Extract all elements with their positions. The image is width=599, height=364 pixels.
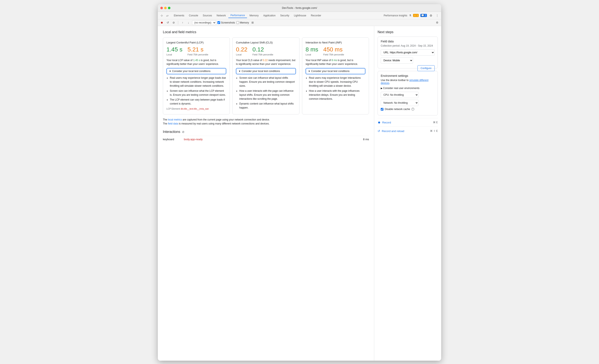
- network-select-wrapper: Network: No throttling: [381, 100, 419, 106]
- lcp-element-value: div.tile__text.tile__inria_san: [181, 107, 209, 110]
- configure-button[interactable]: Configure: [417, 65, 435, 71]
- url-select[interactable]: URL: https://fonts.google.com/: [381, 49, 435, 56]
- local-metrics-link[interactable]: local metrics: [168, 118, 182, 121]
- recording-select[interactable]: (no recordings): [192, 20, 216, 25]
- device-select[interactable]: Device: Mobile: [381, 57, 413, 64]
- collection-period: Collection period: Aug 19, 2024 - Sep 15…: [381, 44, 435, 47]
- cpu-icon[interactable]: ⊞: [250, 20, 255, 25]
- record-reload-label: Record and reload: [382, 130, 404, 133]
- lcp-bullets: Real users may experience longer page lo…: [167, 76, 226, 106]
- minimize-button[interactable]: [164, 7, 167, 9]
- lcp-local-label: Local: [167, 53, 182, 56]
- tab-recorder[interactable]: Recorder: [309, 13, 323, 18]
- maximize-button[interactable]: [168, 7, 170, 9]
- interaction-time: 8 ms: [363, 138, 369, 141]
- devtools-window: DevTools - fonts.google.com/ ⊹ ▱ Element…: [158, 4, 441, 361]
- env-settings-card: Environment settings Use the device tool…: [378, 71, 438, 115]
- tab-bar-right: Performance insights ⚗ ⚠ 1 💬 2 ⚙ ⋮: [384, 13, 440, 18]
- lcp-consider-label: Consider your local test conditions: [172, 70, 211, 73]
- close-button[interactable]: [160, 7, 163, 9]
- tab-console[interactable]: Console: [187, 13, 200, 18]
- tab-network[interactable]: Network: [214, 13, 228, 18]
- download-btn[interactable]: ↓: [186, 20, 191, 25]
- settings-icon[interactable]: ⚙: [429, 13, 433, 18]
- screenshots-checkbox[interactable]: [217, 21, 220, 24]
- interactions-header: Interactions ⊘: [163, 130, 369, 134]
- inp-local-value: 8 ms: [306, 46, 318, 53]
- tab-lighthouse[interactable]: Lighthouse: [292, 13, 308, 18]
- refresh-btn[interactable]: ↺: [165, 20, 170, 25]
- lcp-field-group: 5.21 s Field 75th percentile: [187, 46, 208, 56]
- network-select[interactable]: Network: No throttling: [381, 100, 419, 106]
- lcp-consider-box[interactable]: ▼ Consider your local test conditions: [167, 68, 226, 74]
- network-select-group: Network: No throttling: [381, 100, 435, 106]
- more-icon[interactable]: ⋮: [435, 13, 440, 18]
- memory-checkbox[interactable]: [236, 21, 239, 24]
- cls-field-label: Field 75th percentile: [253, 53, 273, 56]
- record-shortcut: ⌘ E: [433, 121, 438, 124]
- record-btn[interactable]: ⏺: [159, 20, 164, 25]
- consider-real-btn[interactable]: ▶ Consider real user environments: [381, 87, 435, 90]
- cls-consider-arrow: ▼: [238, 70, 241, 72]
- lcp-field-label: Field 75th percentile: [187, 53, 208, 56]
- inp-highlight: 8 ms: [332, 59, 337, 62]
- footer-note: The local metrics are captured from the …: [163, 118, 369, 126]
- clear-btn[interactable]: ⊘: [171, 20, 176, 25]
- record-action[interactable]: ⏺ Record ⌘ E: [378, 118, 438, 127]
- inp-title: Interaction to Next Paint (INP): [306, 41, 365, 44]
- inp-card: Interaction to Next Paint (INP) 8 ms Loc…: [302, 37, 369, 115]
- cls-field-value: 0.12: [253, 46, 273, 53]
- cls-consider-box[interactable]: ▼ Consider your local test conditions: [236, 68, 296, 74]
- performance-insights-label[interactable]: Performance insights: [384, 14, 407, 17]
- record-reload-left: ↺ Record and reload: [378, 129, 404, 133]
- cls-bullet-0: Screen size can influence what layout sh…: [239, 76, 296, 88]
- interaction-target[interactable]: body.app-ready: [184, 138, 363, 141]
- tab-security[interactable]: Security: [278, 13, 291, 18]
- cls-bullets: Screen size can influence what layout sh…: [236, 76, 296, 110]
- field-data-title: Field data: [381, 40, 435, 43]
- lcp-bullet-1: Screen size can influence what the LCP e…: [170, 89, 226, 97]
- tab-memory[interactable]: Memory: [247, 13, 261, 18]
- screenshots-label: Screenshots: [221, 21, 235, 24]
- toolbar: ⏺ ↺ ⊘ ↑ ↓ (no recordings) Screenshots Me…: [158, 19, 441, 26]
- consider-real-label: Consider real user environments: [383, 87, 419, 90]
- field-data-link[interactable]: field data: [168, 122, 178, 125]
- env-title: Environment settings: [381, 74, 435, 78]
- cpu-select-wrapper: CPU: No throttling: [381, 92, 419, 98]
- inp-local-group: 8 ms Local: [306, 46, 318, 56]
- settings-btn[interactable]: ⚙: [435, 20, 440, 25]
- traffic-lights: [160, 7, 170, 9]
- lcp-card: Largest Contentful Paint (LCP) 1.45 s Lo…: [163, 37, 230, 115]
- disable-cache-checkbox[interactable]: [381, 108, 383, 111]
- inp-bullets: Real users may experience longer interac…: [306, 76, 365, 101]
- help-icon[interactable]: ?: [411, 108, 414, 111]
- cls-local-label: Local: [236, 53, 247, 56]
- interactions-icon: ⊘: [182, 130, 185, 133]
- tab-application[interactable]: Application: [261, 13, 278, 18]
- record-reload-icon: ↺: [378, 129, 380, 133]
- tab-sources[interactable]: Sources: [201, 13, 214, 18]
- url-select-wrapper: URL: https://fonts.google.com/: [381, 49, 435, 56]
- cls-highlight: 0.22: [263, 59, 268, 62]
- tab-performance[interactable]: Performance: [228, 13, 247, 18]
- consider-real-arrow: ▶: [381, 87, 383, 89]
- device-icon[interactable]: ▱: [165, 13, 170, 18]
- memory-label: Memory: [240, 21, 249, 24]
- lcp-bullet-0: Real users may experience longer page lo…: [170, 76, 226, 88]
- cpu-select[interactable]: CPU: No throttling: [381, 92, 419, 98]
- inspect-icon[interactable]: ⊹: [159, 13, 164, 18]
- interaction-name: keyboard: [163, 138, 184, 141]
- disable-cache-group: Disable network cache ?: [381, 108, 435, 111]
- inp-consider-box[interactable]: ▼ Consider your local test conditions: [306, 68, 365, 74]
- toolbar-right: ⚙: [435, 20, 440, 25]
- memory-checkbox-group: Memory: [236, 21, 249, 24]
- upload-btn[interactable]: ↑: [180, 20, 185, 25]
- lcp-description: Your local LCP value of 1.45 s is good, …: [167, 58, 226, 66]
- lcp-consider-arrow: ▼: [169, 70, 171, 72]
- window-title: DevTools - fonts.google.com/: [282, 6, 317, 9]
- inp-field-group: 450 ms Field 75th percentile: [323, 46, 344, 56]
- tab-elements[interactable]: Elements: [172, 13, 186, 18]
- cls-bullet-2: Dynamic content can influence what layou…: [239, 102, 296, 110]
- record-reload-action[interactable]: ↺ Record and reload ⌘ ⇧ E: [378, 127, 438, 135]
- inp-description: Your local INP value of 8 ms is good, bu…: [306, 58, 365, 66]
